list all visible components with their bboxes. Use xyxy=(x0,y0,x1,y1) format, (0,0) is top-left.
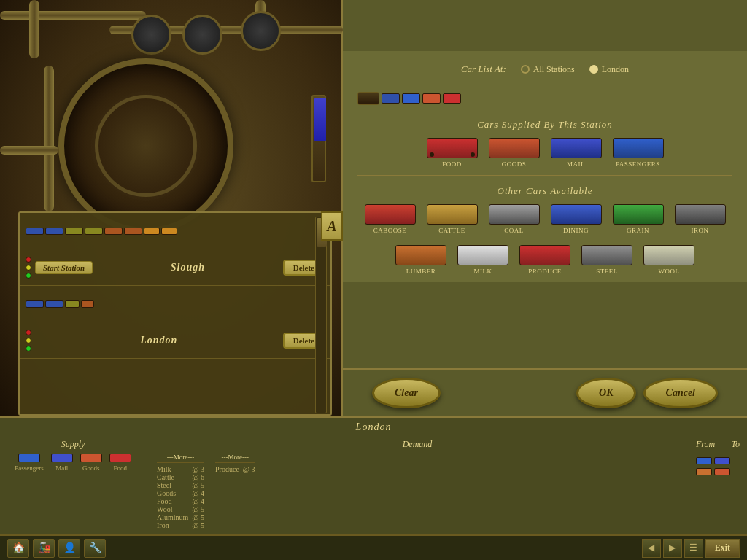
all-stations-radio-circle[interactable] xyxy=(521,65,530,74)
mini-car-1[interactable] xyxy=(26,228,44,235)
dining-visual[interactable] xyxy=(551,204,602,225)
car-wheel-2 xyxy=(471,152,475,157)
demand-column: Demand ---More--- Milk@ 3 Cattle@ 6 Stee… xyxy=(146,435,689,530)
demand-wool: Wool@ 5 xyxy=(157,505,204,513)
traffic-light-1 xyxy=(26,257,31,279)
milk-visual[interactable] xyxy=(457,245,508,265)
from-to-car-2[interactable] xyxy=(714,457,730,464)
car-passengers[interactable]: Passengers xyxy=(613,138,664,168)
preview-car-4[interactable] xyxy=(443,93,461,104)
food-label: Food xyxy=(442,160,462,168)
exit-button[interactable]: Exit xyxy=(705,539,740,558)
london-radio-circle[interactable] xyxy=(589,65,598,74)
grain-label: Grain xyxy=(627,227,649,234)
cattle-visual[interactable] xyxy=(427,204,478,225)
mini-car-4[interactable] xyxy=(85,228,103,235)
mini-car-3[interactable] xyxy=(65,228,83,235)
produce-visual[interactable] xyxy=(519,245,570,265)
mini-car-7[interactable] xyxy=(144,228,160,235)
demand-produce: Produce@ 3 xyxy=(215,465,255,473)
car-produce[interactable]: Produce xyxy=(519,245,570,275)
london-radio[interactable]: London xyxy=(589,64,629,75)
goods-car-visual[interactable] xyxy=(489,138,540,158)
section-divider xyxy=(357,175,732,176)
car-grain[interactable]: Grain xyxy=(613,204,664,234)
mini-car-11[interactable] xyxy=(65,300,80,308)
mini-car-12[interactable] xyxy=(81,300,94,308)
from-to-row-2 xyxy=(696,468,740,475)
car-food[interactable]: Food xyxy=(427,138,478,168)
bottom-info-bar: London Supply Passengers Mail Goo xyxy=(0,416,747,536)
gauge-2 xyxy=(182,15,222,55)
demand-left: ---More--- Milk@ 3 Cattle@ 6 Steel@ 5 Go… xyxy=(153,454,208,529)
supply-mail-label: Mail xyxy=(55,464,68,472)
car-steel[interactable]: Steel xyxy=(581,245,632,275)
mini-car-2[interactable] xyxy=(45,228,63,235)
light-yellow-2 xyxy=(26,338,31,343)
pipe-top-h xyxy=(0,11,146,20)
letter-a-box[interactable]: A xyxy=(321,211,343,241)
car-iron[interactable]: Iron xyxy=(675,204,726,234)
locomotive-preview[interactable] xyxy=(357,92,379,105)
light-red-1 xyxy=(26,257,31,262)
car-lumber[interactable]: Lumber xyxy=(395,245,446,275)
lumber-visual[interactable] xyxy=(395,245,446,265)
from-to-car-4[interactable] xyxy=(714,468,730,475)
food-car-visual[interactable] xyxy=(427,138,478,158)
car-list-label: Car List At: xyxy=(461,63,506,75)
footer-home-icon[interactable]: 🏠 xyxy=(7,539,29,558)
mini-car-8[interactable] xyxy=(161,228,177,235)
preview-car-3[interactable] xyxy=(422,93,441,104)
goods-label: Goods xyxy=(502,160,527,168)
nav-next-button[interactable]: ▶ xyxy=(663,539,682,558)
coal-visual[interactable] xyxy=(489,204,540,225)
preview-car-1[interactable] xyxy=(382,93,400,104)
grain-visual[interactable] xyxy=(613,204,664,225)
supply-mail-car xyxy=(51,454,73,462)
mail-car-visual[interactable] xyxy=(551,138,602,158)
mini-car-9[interactable] xyxy=(26,300,44,308)
car-caboose[interactable]: Caboose xyxy=(365,204,416,234)
footer-person-icon[interactable]: 👤 xyxy=(58,539,80,558)
car-cattle[interactable]: Cattle xyxy=(427,204,478,234)
cancel-button[interactable]: Cancel xyxy=(643,378,718,408)
preview-car-2[interactable] xyxy=(402,93,420,104)
mini-car-10[interactable] xyxy=(45,300,63,308)
nav-prev-button[interactable]: ◀ xyxy=(642,539,661,558)
train-list-scrollbar[interactable] xyxy=(315,217,327,413)
mini-car-6[interactable] xyxy=(124,228,142,235)
mini-car-5[interactable] xyxy=(104,228,123,235)
train-preview-strip xyxy=(343,84,747,113)
clear-button[interactable]: Clear xyxy=(372,378,441,408)
car-wheel-1 xyxy=(430,152,434,157)
footer-tools-icon[interactable]: 🔧 xyxy=(84,539,106,558)
car-wool[interactable]: Wool xyxy=(643,245,694,275)
caboose-visual[interactable] xyxy=(365,204,416,225)
iron-label: Iron xyxy=(692,227,709,234)
caboose-label: Caboose xyxy=(374,227,407,234)
pressure-gauge-right xyxy=(311,95,326,182)
car-dining[interactable]: Dining xyxy=(551,204,602,234)
car-coal[interactable]: Coal xyxy=(489,204,540,234)
car-mail[interactable]: Mail xyxy=(551,138,602,168)
from-to-row-1 xyxy=(696,457,740,464)
mail-label: Mail xyxy=(567,160,585,168)
milk-label: Milk xyxy=(474,268,492,275)
main-container: Start Station Slough Delete London Delet… xyxy=(0,0,747,560)
iron-visual[interactable] xyxy=(675,204,726,225)
from-to-car-1[interactable] xyxy=(696,457,712,464)
car-goods[interactable]: Goods xyxy=(489,138,540,168)
action-buttons-bar: Clear OK Cancel xyxy=(343,368,747,416)
nav-list-button[interactable]: ☰ xyxy=(684,539,703,558)
steel-visual[interactable] xyxy=(581,245,632,265)
car-milk[interactable]: Milk xyxy=(457,245,508,275)
ok-button[interactable]: OK xyxy=(576,378,635,408)
footer-train-icon[interactable]: 🚂 xyxy=(33,539,55,558)
all-stations-radio[interactable]: All Stations xyxy=(521,64,575,75)
supply-header: Supply xyxy=(7,439,139,450)
passengers-car-visual[interactable] xyxy=(613,138,664,158)
to-header: To xyxy=(731,439,740,450)
wool-visual[interactable] xyxy=(643,245,694,265)
gauge-1 xyxy=(131,15,171,55)
from-to-car-3[interactable] xyxy=(696,468,712,475)
